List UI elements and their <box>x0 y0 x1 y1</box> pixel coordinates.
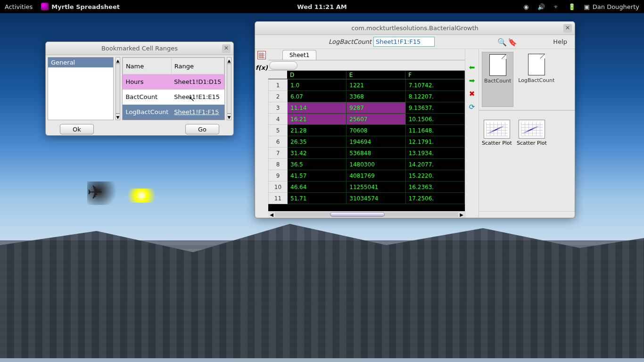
clock[interactable]: Wed 11:21 AM <box>297 3 347 10</box>
action-toolbar: ⬅ ➡ ✖ ⟳ <box>465 49 479 218</box>
table-row[interactable]: 941.57408176915.2220. <box>269 170 465 181</box>
volume-icon[interactable]: 🔊 <box>537 3 545 10</box>
range-input[interactable] <box>373 37 435 47</box>
chart-thumb[interactable]: Scatter Plot <box>482 120 512 208</box>
app-icon <box>41 3 49 10</box>
data-source-thumb[interactable]: LogBactCount <box>516 52 556 107</box>
accessibility-icon[interactable]: ◉ <box>523 3 528 10</box>
fx-icon[interactable]: f(x) <box>257 63 266 72</box>
table-row[interactable]: 836.5148030014.2077. <box>269 159 465 170</box>
active-app[interactable]: Myrtle Spreadsheet <box>41 3 120 10</box>
chart-thumb[interactable]: Scatter Plot <box>517 120 547 208</box>
category-item[interactable]: General <box>48 58 113 67</box>
chart-preview-icon <box>519 120 545 139</box>
range-label: LogBactCount <box>329 38 372 45</box>
data-source-thumb[interactable]: BactCount <box>482 52 513 107</box>
dialog-titlebar[interactable]: Bookmarked Cell Ranges ✕ <box>46 42 233 55</box>
table-header-row: Name Range <box>123 58 224 74</box>
table-row[interactable]: 311.1492879.13637. <box>269 102 465 114</box>
chart-label: Scatter Plot <box>482 140 512 146</box>
arrow-left-icon[interactable]: ⬅ <box>468 63 476 72</box>
search-icon[interactable]: 🔍 <box>497 38 506 46</box>
table-row[interactable]: 11.012217.10742. <box>269 80 465 91</box>
scrollbar[interactable]: ▲▼ <box>227 57 231 120</box>
sheet-area: Sheet1 D E F 11.012217.10742.26.0733688.… <box>268 49 465 218</box>
scroll-left-icon[interactable]: ◀ <box>268 212 275 217</box>
close-icon[interactable]: ✕ <box>563 24 572 33</box>
table-row[interactable]: 626.3519469412.1791. <box>269 136 465 148</box>
scroll-thumb[interactable] <box>330 212 385 217</box>
spreadsheet-window: com.mockturtlesolutions.BacterialGrowth … <box>255 21 575 218</box>
wallpaper-ship <box>87 181 125 205</box>
horizontal-scrollbar[interactable]: ◀ ▶ <box>268 211 465 218</box>
data-sources-panel: BactCountLogBactCount <box>479 49 575 110</box>
ok-button[interactable]: Ok <box>60 124 94 134</box>
sheet-tab[interactable]: Sheet1 <box>282 50 316 60</box>
delete-icon[interactable]: ✖ <box>468 90 476 98</box>
left-toolbar: f(x) <box>255 49 268 218</box>
user-menu[interactable]: ▣ Dan Dougherty <box>584 3 639 10</box>
close-icon[interactable]: ✕ <box>222 44 231 53</box>
bookmark-categories-list[interactable]: General <box>48 57 114 120</box>
chart-label: Scatter Plot <box>517 140 547 146</box>
grid-icon[interactable] <box>257 51 266 59</box>
document-icon <box>489 54 506 76</box>
bookmark-row[interactable]: BactCountSheet1!E1:E15 <box>123 90 224 105</box>
wallpaper-structure <box>0 217 644 358</box>
column-headers: D E F <box>268 71 465 79</box>
user-icon: ▣ <box>584 3 590 10</box>
sheet-tabs: Sheet1 <box>268 49 465 60</box>
col-header[interactable]: D <box>287 71 347 79</box>
formula-bar <box>268 60 465 71</box>
window-title: com.mockturtlesolutions.BacterialGrowth <box>351 25 479 32</box>
help-menu[interactable]: Help <box>548 38 572 45</box>
activities-button[interactable]: Activities <box>5 3 33 10</box>
table-row[interactable]: 416.212560710.1506. <box>269 114 465 125</box>
panel-scrollbar[interactable] <box>479 110 575 117</box>
window-titlebar[interactable]: com.mockturtlesolutions.BacterialGrowth … <box>255 22 575 35</box>
scroll-right-icon[interactable]: ▶ <box>458 212 465 217</box>
bookmark-row[interactable]: LogBactCountSheet1!F1:F15 <box>123 105 224 120</box>
user-name: Dan Dougherty <box>593 3 639 10</box>
dialog-title: Bookmarked Cell Ranges <box>101 45 178 52</box>
scrollbar[interactable]: ▲▼ <box>116 57 120 120</box>
toolbar: LogBactCount 🔍 🔖 Help <box>255 35 575 49</box>
table-row[interactable]: 26.0733688.12207. <box>269 91 465 102</box>
col-header[interactable]: E <box>347 71 406 79</box>
col-range[interactable]: Range <box>171 58 224 74</box>
arrow-right-icon[interactable]: ➡ <box>468 76 476 85</box>
charts-panel: Scatter PlotScatter Plot <box>479 117 575 211</box>
document-icon <box>528 54 545 75</box>
cell-grid[interactable]: 11.012217.10742.26.0733688.12207.311.149… <box>268 79 465 211</box>
gnome-topbar: Activities Myrtle Spreadsheet Wed 11:21 … <box>0 0 644 13</box>
table-row[interactable]: 521.287060811.1648. <box>269 125 465 136</box>
right-panel: BactCountLogBactCount Scatter PlotScatte… <box>479 49 575 218</box>
panel-scrollbar[interactable] <box>479 211 575 218</box>
bookmark-icon[interactable]: 🔖 <box>508 38 516 46</box>
go-button[interactable]: Go <box>185 124 219 134</box>
col-header[interactable]: F <box>405 71 465 79</box>
table-row[interactable]: 1046.641125504116.2363. <box>269 181 465 193</box>
col-name[interactable]: Name <box>123 58 171 74</box>
wallpaper-flare <box>123 189 160 203</box>
chart-preview-icon <box>484 120 510 139</box>
refresh-icon[interactable]: ⟳ <box>468 103 476 111</box>
table-row[interactable]: 731.4253684813.1934. <box>269 148 465 159</box>
battery-icon[interactable]: 🔋 <box>568 3 576 10</box>
bookmark-row[interactable]: HoursSheet1!D1:D15 <box>123 74 224 90</box>
thumb-label: BactCount <box>484 78 511 84</box>
name-box[interactable] <box>269 61 297 70</box>
bookmarks-dialog: Bookmarked Cell Ranges ✕ General ▲▼ Name… <box>45 41 234 136</box>
table-row[interactable]: 1151.713103457417.2506. <box>269 193 465 204</box>
thumb-label: LogBactCount <box>518 77 554 83</box>
wifi-icon[interactable]: ᯤ <box>553 3 560 10</box>
app-name: Myrtle Spreadsheet <box>51 3 120 10</box>
bookmark-table: Name Range HoursSheet1!D1:D15BactCountSh… <box>122 57 225 120</box>
